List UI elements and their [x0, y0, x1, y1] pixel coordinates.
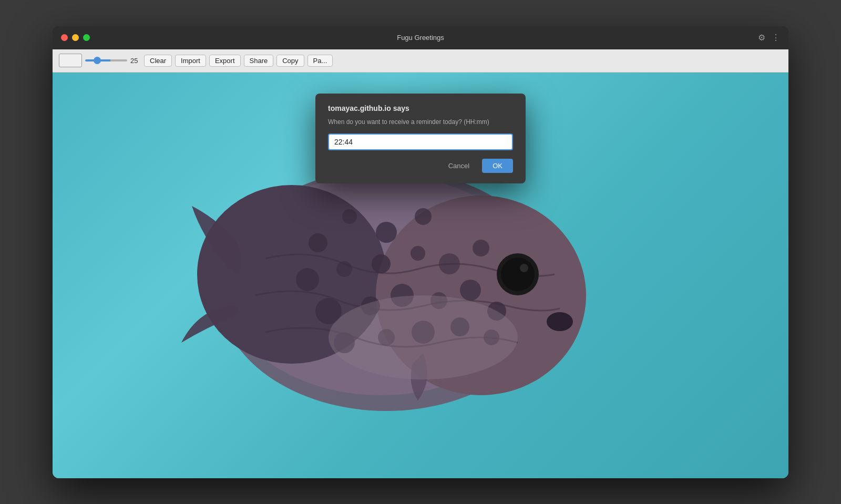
slider-container: 25	[85, 57, 141, 65]
canvas-area[interactable]: tomayac.github.io says When do you want …	[53, 73, 788, 478]
reminder-time-input[interactable]	[328, 133, 513, 150]
browser-window: Fugu Greetings ⚙ ⋮ 25 Clear Import Expor…	[53, 26, 788, 478]
ok-button[interactable]: OK	[482, 159, 513, 173]
cancel-button[interactable]: Cancel	[440, 159, 478, 173]
color-swatch[interactable]	[59, 54, 82, 67]
slider-value: 25	[130, 57, 141, 65]
paste-button[interactable]: Pa...	[307, 55, 333, 67]
maximize-button[interactable]	[83, 34, 90, 41]
dialog-title: tomayac.github.io says	[328, 104, 513, 112]
title-bar-icons: ⚙ ⋮	[758, 33, 780, 43]
export-button[interactable]: Export	[209, 55, 241, 67]
window-title: Fugu Greetings	[397, 34, 444, 42]
clear-button[interactable]: Clear	[144, 55, 172, 67]
dialog-overlay: tomayac.github.io says When do you want …	[53, 73, 788, 478]
brush-size-slider[interactable]	[85, 59, 127, 61]
title-bar: Fugu Greetings ⚙ ⋮	[53, 26, 788, 49]
toolbar: 25 Clear Import Export Share Copy Pa...	[53, 49, 788, 73]
traffic-lights	[61, 34, 90, 41]
extensions-icon[interactable]: ⚙	[758, 33, 765, 43]
share-button[interactable]: Share	[244, 55, 274, 67]
menu-icon[interactable]: ⋮	[772, 33, 780, 43]
import-button[interactable]: Import	[175, 55, 206, 67]
minimize-button[interactable]	[72, 34, 79, 41]
copy-button[interactable]: Copy	[276, 55, 304, 67]
dialog-buttons: Cancel OK	[328, 159, 513, 173]
dialog-box: tomayac.github.io says When do you want …	[315, 94, 526, 184]
dialog-message: When do you want to receive a reminder t…	[328, 118, 513, 127]
close-button[interactable]	[61, 34, 68, 41]
